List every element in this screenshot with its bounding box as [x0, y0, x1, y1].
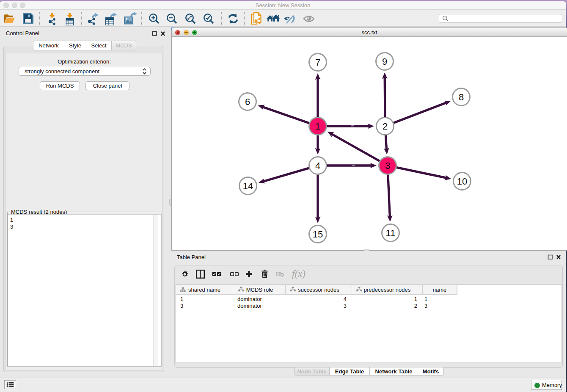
svg-text:15: 15 — [313, 229, 323, 240]
svg-text:8: 8 — [459, 92, 464, 102]
svg-text:6: 6 — [245, 97, 250, 107]
svg-text:2: 2 — [383, 121, 388, 132]
svg-text:4: 4 — [315, 160, 320, 171]
svg-text:14: 14 — [243, 181, 253, 191]
svg-text:7: 7 — [315, 57, 320, 68]
svg-text:3: 3 — [385, 160, 390, 171]
svg-text:1: 1 — [315, 121, 320, 132]
svg-text:10: 10 — [457, 176, 467, 187]
svg-text:9: 9 — [382, 56, 387, 67]
svg-text:11: 11 — [386, 228, 396, 238]
